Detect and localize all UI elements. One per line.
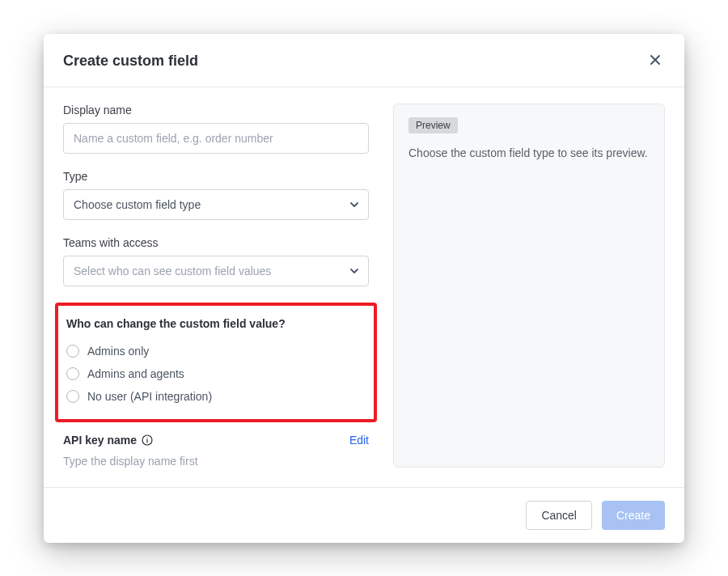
cancel-button[interactable]: Cancel <box>526 501 592 530</box>
svg-point-4 <box>146 437 147 438</box>
radio-icon <box>66 345 79 358</box>
type-group: Type Choose custom field type <box>63 170 369 220</box>
preview-text: Choose the custom field type to see its … <box>408 145 650 162</box>
radio-no-user-api[interactable]: No user (API integration) <box>63 385 366 408</box>
radio-admins-only[interactable]: Admins only <box>63 340 366 362</box>
create-button[interactable]: Create <box>602 501 665 530</box>
permissions-question: Who can change the custom field value? <box>63 317 366 330</box>
preview-panel: Preview Choose the custom field type to … <box>393 104 665 468</box>
preview-badge: Preview <box>408 117 458 133</box>
modal-body: Display name Type Choose custom field ty… <box>44 87 684 487</box>
modal-footer: Cancel Create <box>44 487 684 543</box>
api-key-group: API key name Edit Type the display name … <box>63 434 369 468</box>
radio-icon <box>66 390 79 403</box>
display-name-group: Display name <box>63 104 369 154</box>
type-label: Type <box>63 170 369 183</box>
close-button[interactable] <box>645 50 665 72</box>
modal-title: Create custom field <box>63 53 198 70</box>
teams-group: Teams with access Select who can see cus… <box>63 236 369 286</box>
type-select-value: Choose custom field type <box>74 198 201 211</box>
modal-header: Create custom field <box>44 34 684 87</box>
type-select[interactable]: Choose custom field type <box>63 189 369 220</box>
teams-select-placeholder: Select who can see custom field values <box>74 265 271 277</box>
teams-label: Teams with access <box>63 236 369 249</box>
radio-icon <box>66 367 79 380</box>
display-name-input[interactable] <box>63 123 369 154</box>
radio-label: Admins and agents <box>87 367 184 380</box>
permissions-highlight-box: Who can change the custom field value? A… <box>55 303 377 422</box>
radio-label: No user (API integration) <box>87 390 212 403</box>
create-custom-field-modal: Create custom field Display name Type Ch… <box>44 34 684 543</box>
radio-admins-and-agents[interactable]: Admins and agents <box>63 362 366 385</box>
info-icon <box>142 434 153 446</box>
form-column: Display name Type Choose custom field ty… <box>63 104 369 468</box>
display-name-label: Display name <box>63 104 369 116</box>
api-key-hint: Type the display name first <box>63 455 369 468</box>
api-key-edit-link[interactable]: Edit <box>349 434 369 447</box>
teams-select[interactable]: Select who can see custom field values <box>63 256 369 286</box>
close-icon <box>649 53 662 69</box>
radio-label: Admins only <box>87 345 149 358</box>
api-key-label: API key name <box>63 434 153 447</box>
